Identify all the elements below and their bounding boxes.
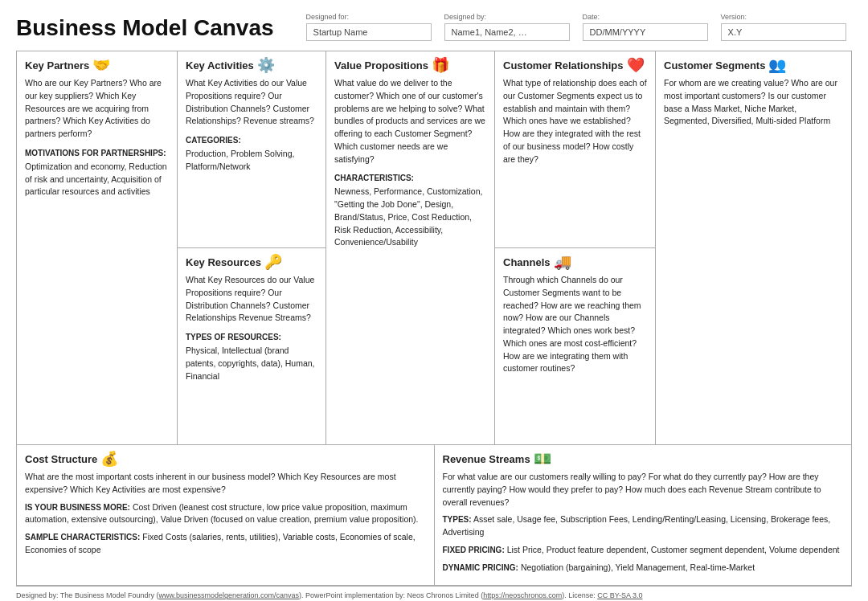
footer-text3: ). License: (562, 591, 597, 599)
designed-for-input[interactable] (306, 23, 432, 41)
activities-resources-column: Key Activities ⚙️ What Key Activities do… (178, 51, 326, 444)
customer-segments-icon: 👥 (768, 58, 786, 72)
footer-link1[interactable]: www.businessmodelgeneration.com/canvas (158, 591, 299, 599)
key-resources-body: What Key Resources do our Value Proposit… (186, 274, 317, 382)
footer-link3[interactable]: CC BY-SA 3.0 (597, 591, 642, 599)
footer-link2[interactable]: https://neoschronos.com (483, 591, 562, 599)
canvas-bottom-row: Cost Structure 💰 What are the most impor… (17, 445, 851, 586)
key-partners-body: Who are our Key Partners? Who are our ke… (25, 77, 169, 198)
footer: Designed by: The Business Model Foundry … (16, 587, 852, 601)
meta-fields: Designed for: Designed by: Date: Version… (306, 13, 852, 41)
canvas: Key Partners 🤝 Who are our Key Partners?… (16, 51, 852, 587)
customer-relationships-body: What type of relationship does each of o… (503, 77, 647, 166)
key-resources-text: Key Resources (186, 256, 261, 268)
designed-by-field: Designed by: (444, 13, 570, 41)
channels-text: Channels (503, 256, 551, 268)
channels-icon: 🚚 (554, 255, 571, 269)
cr-channels-column: Customer Relationships ❤️ What type of r… (495, 51, 656, 444)
key-resources-icon: 🔑 (264, 255, 282, 269)
channels-cell: Channels 🚚 Through which Channels do our… (495, 248, 655, 444)
header: Business Model Canvas Designed for: Desi… (16, 13, 852, 41)
revenue-streams-title: Revenue Streams 💵 (443, 452, 844, 466)
version-input[interactable] (721, 23, 846, 41)
revenue-streams-icon: 💵 (534, 452, 551, 466)
channels-title: Channels 🚚 (503, 255, 647, 269)
footer-text1: Designed by: The Business Model Foundry … (16, 591, 158, 599)
version-field: Version: (721, 13, 846, 41)
revenue-streams-body: For what value are our customers really … (443, 471, 844, 574)
canvas-top-row: Key Partners 🤝 Who are our Key Partners?… (17, 51, 851, 445)
key-partners-cell: Key Partners 🤝 Who are our Key Partners?… (17, 51, 178, 444)
customer-segments-text: Customer Segments (664, 59, 765, 72)
key-activities-icon: ⚙️ (257, 58, 275, 72)
value-propositions-body: What value do we deliver to the customer… (334, 77, 486, 249)
footer-text2: ). PowerPoint implementation by: Neos Ch… (299, 591, 483, 599)
key-partners-title: Key Partners 🤝 (25, 58, 169, 72)
customer-segments-body: For whom are we creating value? Who are … (664, 77, 843, 128)
date-field: Date: (583, 13, 708, 41)
date-input[interactable] (583, 23, 708, 41)
cost-structure-text: Cost Structure (25, 453, 97, 465)
designed-for-label: Designed for: (306, 13, 432, 21)
key-activities-body: What Key Activities do our Value Proposi… (186, 77, 317, 174)
value-propositions-cell: Value Propositions 🎁 What value do we de… (326, 51, 495, 444)
cost-structure-body: What are the most important costs inhere… (25, 471, 426, 557)
value-propositions-icon: 🎁 (432, 58, 449, 72)
key-activities-cell: Key Activities ⚙️ What Key Activities do… (178, 51, 326, 248)
version-label: Version: (721, 13, 846, 21)
customer-segments-title: Customer Segments 👥 (664, 58, 843, 72)
customer-relationships-text: Customer Relationships (503, 59, 624, 72)
customer-segments-cell: Customer Segments 👥 For whom are we crea… (656, 51, 851, 444)
value-propositions-text: Value Propositions (334, 59, 428, 72)
cost-structure-title: Cost Structure 💰 (25, 452, 426, 466)
designed-by-label: Designed by: (444, 13, 570, 21)
key-partners-text: Key Partners (25, 59, 89, 72)
key-resources-title: Key Resources 🔑 (186, 255, 317, 269)
revenue-streams-text: Revenue Streams (443, 453, 530, 465)
cost-structure-cell: Cost Structure 💰 What are the most impor… (17, 445, 435, 585)
value-propositions-title: Value Propositions 🎁 (334, 58, 486, 72)
customer-relationships-cell: Customer Relationships ❤️ What type of r… (495, 51, 655, 248)
page-title: Business Model Canvas (16, 15, 274, 41)
key-partners-icon: 🤝 (92, 58, 110, 72)
key-activities-title: Key Activities ⚙️ (186, 58, 317, 72)
key-resources-cell: Key Resources 🔑 What Key Resources do ou… (178, 248, 326, 444)
customer-relationships-icon: ❤️ (627, 58, 645, 72)
designed-by-input[interactable] (444, 23, 570, 41)
customer-relationships-title: Customer Relationships ❤️ (503, 58, 647, 72)
key-activities-text: Key Activities (186, 59, 254, 72)
date-label: Date: (583, 13, 708, 21)
designed-for-field: Designed for: (306, 13, 432, 41)
page: Business Model Canvas Designed for: Desi… (0, 0, 868, 601)
channels-body: Through which Channels do our Customer S… (503, 274, 647, 375)
cost-structure-icon: 💰 (100, 452, 118, 466)
revenue-streams-cell: Revenue Streams 💵 For what value are our… (435, 445, 852, 585)
